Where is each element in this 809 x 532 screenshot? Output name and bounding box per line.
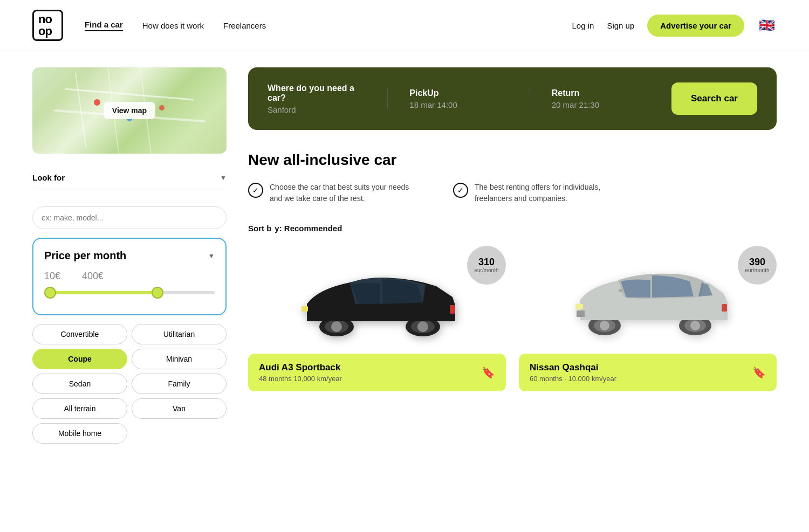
look-for-filter: Look for ▼ xyxy=(32,167,227,189)
location-label: Where do you need a car? xyxy=(268,84,366,103)
cat-family[interactable]: Family xyxy=(132,374,227,394)
signup-button[interactable]: Sign up xyxy=(607,21,634,30)
svg-line-0 xyxy=(65,89,194,100)
slider-thumb-right[interactable] xyxy=(152,287,163,299)
logo-bottom: op xyxy=(38,25,52,37)
car-info-2: Nissan Qashqai 60 months · 10.000 km/yea… xyxy=(519,354,777,391)
cat-van[interactable]: Van xyxy=(132,398,227,419)
sidebar: View map Look for ▼ Price per month ▼ 10… xyxy=(32,67,227,444)
car-name-2: Nissan Qashqai xyxy=(530,362,616,373)
car-spec-1: 48 months 10,000 km/year xyxy=(259,375,342,383)
price-badge-2: 390 eur/month xyxy=(738,246,777,285)
search-bar: Where do you need a car? Sanford PickUp … xyxy=(248,67,777,130)
search-input[interactable] xyxy=(32,206,227,229)
svg-rect-14 xyxy=(450,305,455,314)
svg-point-7 xyxy=(159,105,164,110)
cat-mobile-home[interactable]: Mobile home xyxy=(32,423,127,444)
car-image-1 xyxy=(285,257,469,343)
cat-minivan[interactable]: Minivan xyxy=(132,349,227,369)
svg-rect-15 xyxy=(301,306,308,312)
car-spec-2: 60 months · 10.000 km/year xyxy=(530,375,616,383)
bookmark-icon-1[interactable]: 🔖 xyxy=(482,366,495,379)
svg-rect-23 xyxy=(722,304,727,312)
pickup-field[interactable]: PickUp 18 mar 14:00 xyxy=(409,88,508,109)
map-label: View map xyxy=(104,102,155,119)
return-label: Return xyxy=(552,88,650,98)
svg-rect-24 xyxy=(577,310,585,317)
search-car-button[interactable]: Search car xyxy=(671,82,757,115)
slider-fill xyxy=(44,291,155,294)
price-filter-header[interactable]: Price per month ▼ xyxy=(44,250,215,262)
location-field[interactable]: Where do you need a car? Sanford xyxy=(268,84,366,114)
car-info-1: Audi A3 Sportback 48 months 10,000 km/ye… xyxy=(248,354,506,391)
bookmark-icon-2[interactable]: 🔖 xyxy=(752,366,766,379)
cat-sedan[interactable]: Sedan xyxy=(32,374,127,394)
language-flag[interactable]: 🇬🇧 xyxy=(757,16,777,35)
advertise-button[interactable]: Advertise your car xyxy=(647,15,744,37)
slider-thumb-left[interactable] xyxy=(44,287,56,299)
cat-coupe[interactable]: Coupe xyxy=(32,349,127,369)
features-row: ✓ Choose the car that best suits your ne… xyxy=(248,182,777,204)
price-slider[interactable] xyxy=(44,286,215,299)
nav-how-it-works[interactable]: How does it work xyxy=(142,21,204,30)
return-field[interactable]: Return 20 mar 21:30 xyxy=(552,88,650,109)
chevron-down-icon: ▼ xyxy=(220,174,227,182)
pickup-value: 18 mar 14:00 xyxy=(409,100,508,109)
check-icon-2: ✓ xyxy=(453,183,468,198)
price-unit-2: eur/month xyxy=(745,267,769,273)
nav-freelancers[interactable]: Freelancers xyxy=(223,21,266,30)
svg-point-20 xyxy=(600,321,609,330)
header: no op Find a car How does it work Freela… xyxy=(0,0,809,51)
car-image-2 xyxy=(556,257,739,343)
look-for-label: Look for xyxy=(32,173,65,182)
feature-1: ✓ Choose the car that best suits your ne… xyxy=(248,182,421,204)
look-for-header[interactable]: Look for ▼ xyxy=(32,167,227,189)
return-value: 20 mar 21:30 xyxy=(552,100,650,109)
car-name-1: Audi A3 Sportback xyxy=(259,362,342,373)
nav-find-car[interactable]: Find a car xyxy=(85,20,123,31)
cat-all-terrain[interactable]: All terrain xyxy=(32,398,127,419)
location-value: Sanford xyxy=(268,105,366,114)
right-content: Where do you need a car? Sanford PickUp … xyxy=(248,67,777,444)
price-values: 10€ 400€ xyxy=(44,271,215,282)
svg-point-13 xyxy=(417,321,428,332)
logo-top: no xyxy=(38,13,52,25)
map-preview[interactable]: View map xyxy=(32,67,227,154)
sort-label-value: y: Recommended xyxy=(275,224,342,233)
feature-text-2: The best renting offers for individuals,… xyxy=(475,182,626,204)
price-value-2: 390 xyxy=(749,257,765,268)
svg-rect-25 xyxy=(619,289,623,292)
check-icon-1: ✓ xyxy=(248,183,263,198)
sort-label-prefix: Sort b xyxy=(248,224,271,233)
price-badge-1: 310 eur/month xyxy=(467,246,506,285)
price-filter-title: Price per month xyxy=(44,250,126,262)
svg-point-5 xyxy=(94,99,100,106)
login-button[interactable]: Log in xyxy=(572,21,594,30)
logo[interactable]: no op xyxy=(32,10,63,41)
cars-grid: 310 eur/month xyxy=(248,246,777,391)
svg-line-1 xyxy=(76,73,86,148)
main-content: View map Look for ▼ Price per month ▼ 10… xyxy=(0,51,809,460)
feature-text-1: Choose the car that best suits your need… xyxy=(270,182,421,204)
feature-2: ✓ The best renting offers for individual… xyxy=(453,182,626,204)
sort-row: Sort by: Recommended xyxy=(248,224,777,233)
cat-convertible[interactable]: Convertible xyxy=(32,324,127,344)
search-divider2 xyxy=(530,88,530,109)
search-divider xyxy=(387,88,388,109)
car-card-1: 310 eur/month xyxy=(248,246,506,391)
car-card-2: 390 eur/month xyxy=(519,246,777,391)
price-unit-1: eur/month xyxy=(474,267,498,273)
pickup-label: PickUp xyxy=(409,88,508,98)
chevron-down-icon: ▼ xyxy=(208,252,215,260)
main-nav: Find a car How does it work Freelancers xyxy=(85,20,551,31)
price-max: 400€ xyxy=(82,271,104,282)
category-grid: Convertible Utilitarian Coupe Minivan Se… xyxy=(32,324,227,444)
cat-utilitarian[interactable]: Utilitarian xyxy=(132,324,227,344)
svg-point-12 xyxy=(331,321,342,332)
car-details-1: Audi A3 Sportback 48 months 10,000 km/ye… xyxy=(259,362,342,383)
header-right: Log in Sign up Advertise your car 🇬🇧 xyxy=(572,15,777,37)
price-filter: Price per month ▼ 10€ 400€ xyxy=(32,238,227,315)
svg-point-21 xyxy=(690,321,700,330)
price-value-1: 310 xyxy=(478,257,495,268)
section-title: New all-inclusive car xyxy=(248,151,777,169)
